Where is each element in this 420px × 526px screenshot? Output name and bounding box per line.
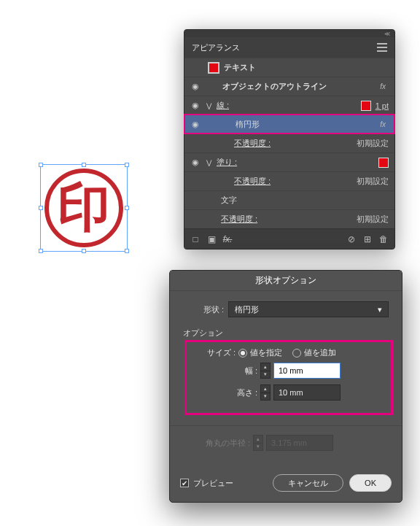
height-input[interactable]: 10 mm — [273, 384, 341, 401]
corner-input: 3.175 mm — [266, 435, 333, 451]
row-label: 塗り : — [217, 157, 374, 168]
row-label: 文字 — [221, 195, 389, 206]
appearance-row-ellipse[interactable]: ◉ 楕円形 fx — [184, 115, 394, 134]
width-input[interactable]: 10 mm — [273, 363, 341, 379]
options-section-label: オプション — [183, 328, 389, 339]
fx-menu-icon[interactable]: fx. — [222, 234, 233, 244]
opacity-value: 初期設定 — [357, 214, 389, 225]
radio-icon — [292, 349, 301, 357]
radio-icon — [238, 349, 247, 357]
width-row: 幅 : ▴▾ 10 mm — [190, 363, 383, 379]
stroke-weight-value[interactable]: 1 pt — [376, 101, 389, 110]
shape-select-value: 楕円形 — [235, 304, 259, 315]
color-swatch-icon — [208, 62, 219, 74]
height-row: 高さ : ▴▾ 10 mm — [190, 384, 383, 401]
width-label: 幅 : — [190, 366, 257, 376]
row-label: 線 : — [217, 100, 357, 111]
panel-header: アピアランス — [184, 37, 394, 58]
radio-label: 値を追加 — [304, 347, 336, 358]
appearance-row-outline[interactable]: ◉ オブジェクトのアウトライン fx — [184, 77, 394, 96]
corner-stepper: ▴▾ — [253, 435, 263, 451]
collapse-chevron-icon[interactable]: ≪ — [384, 31, 390, 37]
seal-character: 印 — [40, 164, 128, 252]
row-label: 不透明度 : — [234, 176, 352, 187]
width-stepper[interactable]: ▴▾ — [260, 363, 271, 379]
disclosure-caret-icon[interactable]: ⋁ — [205, 159, 212, 166]
corner-radius-label: 角丸の半径 : — [183, 438, 250, 449]
appearance-row-text[interactable]: テキスト — [184, 58, 394, 77]
fx-indicator[interactable]: fx — [380, 82, 389, 90]
fx-indicator[interactable]: fx — [380, 120, 389, 128]
visibility-toggle-icon[interactable]: ◉ — [190, 101, 201, 110]
trash-icon[interactable]: 🗑 — [378, 234, 389, 244]
panel-tabbar[interactable]: ≪ — [184, 30, 394, 37]
appearance-row-opacity-3[interactable]: 不透明度 : 初期設定 — [184, 209, 394, 228]
size-radio-absolute[interactable]: 値を指定 — [238, 347, 282, 358]
panel-footer: □ ▣ fx. ⊘ ⊞ 🗑 — [184, 228, 394, 249]
chevron-down-icon: ▾ — [378, 305, 382, 314]
stroke-color-swatch-icon[interactable] — [361, 101, 371, 111]
visibility-toggle-icon[interactable]: ◉ — [190, 158, 201, 167]
canvas-selected-object[interactable]: 印 — [40, 164, 128, 252]
height-stepper[interactable]: ▴▾ — [260, 384, 271, 401]
appearance-row-opacity-2[interactable]: 不透明度 : 初期設定 — [184, 171, 394, 190]
new-item-icon[interactable]: ⊞ — [362, 234, 373, 244]
appearance-row-stroke[interactable]: ◉ ⋁ 線 : 1 pt — [184, 96, 394, 115]
shape-type-row: 形状 : 楕円形 ▾ — [183, 301, 389, 317]
checkbox-icon: ✔ — [180, 479, 189, 487]
shape-options-dialog: 形状オプション 形状 : 楕円形 ▾ オプション サイズ : 値を指定 — [169, 270, 402, 503]
row-label: 不透明度 : — [221, 214, 352, 225]
cancel-button[interactable]: キャンセル — [273, 474, 343, 492]
opacity-value: 初期設定 — [357, 138, 389, 149]
disclosure-caret-icon[interactable]: ⋁ — [205, 102, 212, 109]
divider — [170, 425, 402, 426]
ok-button[interactable]: OK — [349, 474, 392, 492]
row-label: 楕円形 — [236, 119, 376, 130]
dialog-title: 形状オプション — [170, 271, 402, 291]
panel-title: アピアランス — [192, 42, 240, 53]
appearance-row-opacity[interactable]: 不透明度 : 初期設定 — [184, 134, 394, 152]
clear-appearance-icon[interactable]: ⊘ — [346, 234, 357, 244]
appearance-panel: ≪ アピアランス テキスト ◉ オブジェクトのアウトライン fx ◉ ⋁ 線 :… — [184, 29, 395, 250]
radio-label: 値を指定 — [250, 347, 282, 358]
opacity-value: 初期設定 — [357, 176, 389, 187]
shape-select[interactable]: 楕円形 ▾ — [228, 301, 389, 317]
visibility-toggle-icon[interactable]: ◉ — [190, 120, 201, 129]
no-selection-icon[interactable]: □ — [190, 234, 201, 244]
row-label: オブジェクトのアウトライン — [222, 81, 376, 92]
height-label: 高さ : — [190, 387, 257, 398]
toggle-icon[interactable]: ▣ — [206, 234, 217, 244]
appearance-row-fill[interactable]: ◉ ⋁ 塗り : — [184, 152, 394, 171]
preview-label: プレビュー — [193, 478, 233, 489]
visibility-toggle-icon[interactable]: ◉ — [190, 82, 201, 91]
preview-checkbox[interactable]: ✔ プレビュー — [180, 478, 233, 489]
appearance-row-characters[interactable]: 文字 — [184, 190, 394, 209]
size-radio-relative[interactable]: 値を追加 — [292, 347, 336, 358]
size-label: サイズ : — [192, 347, 236, 358]
row-label: 不透明度 : — [234, 138, 352, 149]
size-highlight-block: サイズ : 値を指定 値を追加 幅 : ▴▾ 10 mm — [189, 344, 389, 411]
corner-radius-row: 角丸の半径 : ▴▾ 3.175 mm — [183, 435, 389, 451]
panel-menu-icon[interactable] — [377, 43, 387, 52]
fill-color-swatch-icon[interactable] — [378, 158, 389, 168]
row-label: テキスト — [224, 62, 389, 73]
shape-label: 形状 : — [183, 304, 224, 315]
